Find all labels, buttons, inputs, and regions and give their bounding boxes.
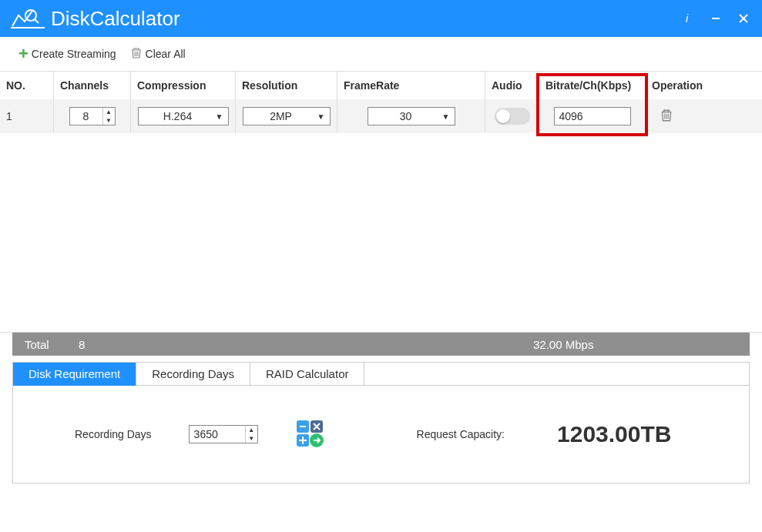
totals-bar: Total 8 32.00 Mbps — [12, 333, 750, 356]
logo-icon — [9, 6, 46, 31]
col-header-no: NO. — [0, 72, 54, 99]
create-streaming-label: Create Streaming — [32, 48, 116, 60]
audio-toggle[interactable] — [495, 108, 530, 125]
channels-down-icon[interactable]: ▼ — [103, 116, 115, 125]
days-up-icon[interactable]: ▲ — [246, 426, 257, 434]
compression-dropdown[interactable]: H.264 ▼ — [138, 107, 229, 125]
request-capacity-value: 1203.00TB — [557, 421, 671, 447]
col-header-audio: Audio — [485, 72, 539, 99]
col-header-compression: Compression — [131, 72, 236, 99]
col-header-framerate: FrameRate — [337, 72, 485, 99]
close-button[interactable] — [734, 9, 753, 28]
col-header-bitrate: Bitrate/Ch(Kbps) — [539, 72, 646, 99]
plus-icon: + — [18, 45, 29, 62]
tab-recording-days[interactable]: Recording Days — [136, 363, 250, 386]
chevron-down-icon: ▼ — [317, 112, 325, 121]
total-label: Total — [25, 338, 79, 351]
channels-stepper[interactable]: 8 ▲ ▼ — [69, 107, 116, 125]
create-streaming-button[interactable]: + Create Streaming — [18, 45, 116, 62]
recording-days-label: Recording Days — [75, 428, 152, 440]
bitrate-input[interactable]: 4096 — [554, 107, 631, 125]
calculate-button[interactable] — [295, 419, 326, 450]
total-bitrate: 32.00 Mbps — [533, 338, 593, 351]
svg-text:i: i — [686, 13, 689, 24]
table-header-row: NO. Channels Compression Resolution Fram… — [0, 72, 762, 99]
minimize-button[interactable] — [707, 9, 725, 28]
cell-no: 1 — [0, 99, 54, 133]
streaming-table: NO. Channels Compression Resolution Fram… — [0, 71, 762, 333]
channels-up-icon[interactable]: ▲ — [103, 108, 115, 116]
delete-row-button[interactable] — [660, 109, 673, 125]
app-title-bold: Disk — [51, 7, 90, 31]
col-header-resolution: Resolution — [236, 72, 337, 99]
request-capacity-label: Request Capacity: — [417, 428, 505, 440]
tabs: Disk Requirement Recording Days RAID Cal… — [13, 363, 749, 386]
info-button[interactable]: i — [679, 9, 697, 28]
framerate-dropdown[interactable]: 30 ▼ — [368, 107, 455, 125]
resolution-value: 2MP — [248, 110, 314, 122]
col-header-operation: Operation — [646, 72, 762, 99]
recording-days-value: 3650 — [190, 428, 245, 440]
framerate-value: 30 — [373, 110, 439, 122]
result-panel: Disk Requirement Recording Days RAID Cal… — [12, 362, 750, 483]
tab-disk-requirement[interactable]: Disk Requirement — [13, 363, 136, 386]
trash-icon — [130, 47, 143, 62]
trash-icon — [660, 109, 673, 122]
clear-all-button[interactable]: Clear All — [130, 47, 186, 62]
toggle-knob — [496, 109, 510, 123]
tab-raid-calculator[interactable]: RAID Calculator — [250, 363, 365, 386]
compression-value: H.264 — [143, 110, 213, 122]
table-empty-area — [0, 133, 762, 332]
tab-body: Recording Days 3650 ▲ ▼ Request Capacity… — [13, 386, 749, 483]
clear-all-label: Clear All — [146, 48, 186, 60]
channels-value: 8 — [70, 110, 102, 122]
toolbar: + Create Streaming Clear All — [0, 37, 762, 71]
chevron-down-icon: ▼ — [442, 112, 450, 121]
app-title-thin: Calculator — [90, 7, 180, 31]
svg-line-1 — [35, 19, 39, 23]
table-row: 1 8 ▲ ▼ H.264 ▼ 2MP ▼ 30 — [0, 99, 762, 133]
recording-days-stepper[interactable]: 3650 ▲ ▼ — [189, 425, 258, 443]
resolution-dropdown[interactable]: 2MP ▼ — [243, 107, 331, 125]
col-header-channels: Channels — [54, 72, 131, 99]
total-channels: 8 — [79, 338, 533, 351]
title-bar: Disk Calculator i — [0, 0, 762, 37]
chevron-down-icon: ▼ — [216, 112, 223, 121]
bitrate-value: 4096 — [559, 110, 583, 122]
days-down-icon[interactable]: ▼ — [246, 434, 257, 443]
